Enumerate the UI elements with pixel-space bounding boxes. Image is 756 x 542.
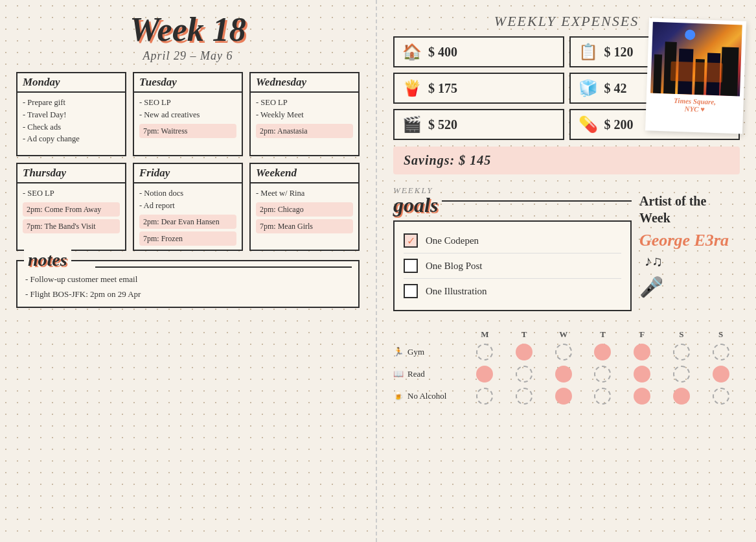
goal-label: One Blog Post <box>426 261 483 272</box>
day-event: 2pm: Come From Away <box>23 202 120 217</box>
goal-checkbox[interactable]: ✓ <box>404 233 418 248</box>
notes-divider <box>95 266 352 268</box>
week-date: April 29 – May 6 <box>16 49 360 63</box>
day-content: - SEO LP2pm: Come From Away7pm: The Band… <box>17 183 125 237</box>
day-task: - Notion docs <box>139 187 236 200</box>
note-line: - Follow-up customer meet email <box>25 272 350 287</box>
location-name: Times Square, <box>674 97 716 106</box>
day-event: 7pm: The Band's Visit <box>23 219 120 233</box>
location-city: NYC ♥ <box>684 104 705 113</box>
habit-label: No Alcohol <box>407 391 446 401</box>
day-task: - Weekly Meet <box>256 109 353 121</box>
expense-amount: $ 42 <box>604 81 627 96</box>
habit-row: 📖Read <box>393 366 740 383</box>
goal-checkbox[interactable] <box>404 284 418 298</box>
habit-header: MTWTFSS <box>393 329 740 340</box>
habit-circle[interactable] <box>673 344 690 360</box>
day-box-tuesday: Tuesday- SEO LP- New ad creatives7pm: Wa… <box>133 72 243 156</box>
day-content: - SEO LP- Weekly Meet2pm: Anastasia <box>251 93 358 142</box>
day-label: Friday <box>134 164 242 183</box>
habit-circle[interactable] <box>673 388 690 405</box>
habit-circle[interactable] <box>634 344 650 360</box>
habit-row: 🍺No Alcohol <box>393 388 740 405</box>
artist-title: Artist of the Week <box>639 193 740 226</box>
habit-day-label: M <box>466 329 504 340</box>
day-task: - SEO LP <box>256 97 353 109</box>
day-event: 2pm: Dear Evan Hansen <box>139 215 236 229</box>
day-content: - Meet w/ Rina2pm: Chicago7pm: Mean Girl… <box>251 183 358 237</box>
habit-name: 🏃Gym <box>393 347 464 357</box>
habit-circle[interactable] <box>555 344 572 360</box>
habit-rows: 🏃Gym📖Read🍺No Alcohol <box>393 344 740 405</box>
mic-icon: 🎤 <box>639 276 740 298</box>
day-task: - Ad report <box>139 200 236 212</box>
day-box-friday: Friday- Notion docs- Ad report2pm: Dear … <box>133 163 243 251</box>
habit-day-label: T <box>584 329 622 340</box>
habit-circle[interactable] <box>476 366 493 383</box>
day-box-thursday: Thursday- SEO LP2pm: Come From Away7pm: … <box>16 163 126 251</box>
habit-icon: 🍺 <box>393 391 404 401</box>
habit-circle[interactable] <box>516 344 533 360</box>
expense-item: 🎬$ 520 <box>393 109 564 140</box>
day-label: Wednesday <box>251 73 358 93</box>
habit-name: 🍺No Alcohol <box>393 391 464 401</box>
habit-circle[interactable] <box>516 366 533 383</box>
habit-circle[interactable] <box>594 388 611 405</box>
day-task: - SEO LP <box>139 97 236 109</box>
goal-checkbox[interactable] <box>404 259 418 273</box>
notes-content: - Follow-up customer meet email- Flight … <box>25 272 350 302</box>
day-label: Tuesday <box>134 73 242 93</box>
habit-circle[interactable] <box>594 344 611 360</box>
expense-item: 🏠$ 400 <box>393 36 564 67</box>
notes-section: notes - Follow-up customer meet email- F… <box>16 260 360 309</box>
habit-circle[interactable] <box>594 366 611 383</box>
day-task: - Check ads <box>23 121 120 134</box>
habit-circle[interactable] <box>634 366 650 383</box>
notes-title: notes <box>24 250 71 270</box>
note-line: - Flight BOS-JFK: 2pm on 29 Apr <box>25 287 350 301</box>
day-task: - Travel Day! <box>23 109 120 121</box>
habit-circle[interactable] <box>713 388 729 405</box>
habit-circle[interactable] <box>476 388 493 405</box>
habit-circle[interactable] <box>713 366 729 383</box>
polaroid: Times Square, NYC ♥ <box>645 18 746 134</box>
habit-circle[interactable] <box>713 344 729 360</box>
day-content: - SEO LP- New ad creatives7pm: Waitress <box>134 93 242 142</box>
goals-line <box>442 200 632 202</box>
left-panel: Week 18 April 29 – May 6 Monday- Prepare… <box>0 0 376 542</box>
habit-day-label: W <box>544 329 582 340</box>
day-task: - SEO LP <box>23 187 120 200</box>
habit-circle[interactable] <box>516 388 533 405</box>
goals-title-wrap: weekly goals <box>393 186 632 215</box>
goal-label: One Codepen <box>426 235 479 246</box>
expense-icon: 🧊 <box>578 79 598 97</box>
goal-item: One Blog Post <box>404 253 621 279</box>
habit-name: 📖Read <box>393 369 464 379</box>
day-content: - Notion docs- Ad report2pm: Dear Evan H… <box>134 183 242 250</box>
habit-circle[interactable] <box>673 366 690 383</box>
expense-amount: $ 520 <box>428 117 457 132</box>
habit-circle[interactable] <box>634 388 650 405</box>
expense-icon: 🍟 <box>402 79 422 97</box>
habit-circle[interactable] <box>555 366 572 383</box>
artist-name: George E3ra ♪♫ <box>639 230 740 270</box>
expense-icon: 🎬 <box>402 115 422 134</box>
habit-circle[interactable] <box>555 388 572 405</box>
expense-item: 🍟$ 175 <box>393 73 564 104</box>
goals-box: ✓One CodepenOne Blog PostOne Illustratio… <box>393 220 632 311</box>
habit-label: Read <box>407 369 425 379</box>
nyc-image <box>650 22 742 97</box>
day-event: 2pm: Chicago <box>256 202 353 217</box>
polaroid-caption: Times Square, NYC ♥ <box>650 96 740 115</box>
day-task: - Meet w/ Rina <box>256 187 353 200</box>
habit-label: Gym <box>407 347 424 357</box>
day-label: Monday <box>17 73 125 93</box>
day-task: - New ad creatives <box>139 109 236 121</box>
goal-label: One Illustration <box>426 286 487 297</box>
goal-item: ✓One Codepen <box>404 228 621 253</box>
habit-day-label: S <box>702 329 740 340</box>
habit-icon: 🏃 <box>393 347 404 357</box>
day-label: Thursday <box>17 164 125 183</box>
checkmark-icon: ✓ <box>407 235 415 247</box>
habit-circle[interactable] <box>476 344 493 360</box>
